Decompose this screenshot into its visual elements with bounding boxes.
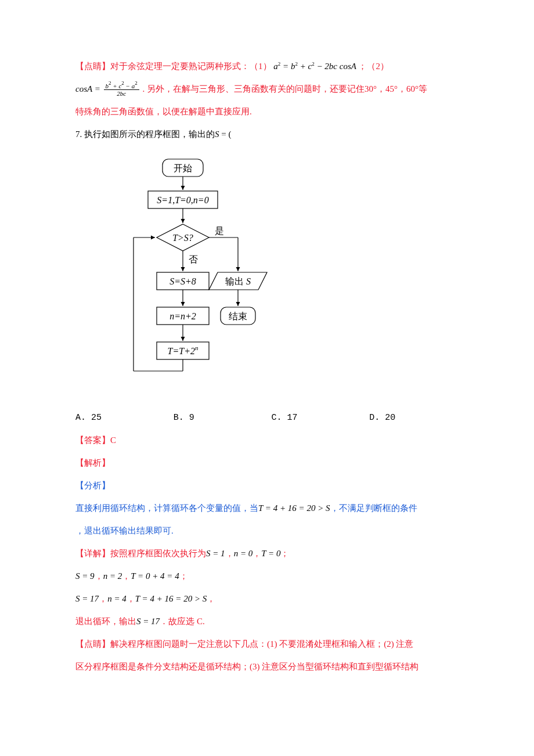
- detail-line-2: S = 9，n = 2，T = 0 + 4 = 4；: [75, 565, 467, 588]
- formula-1: a2 = b2 + c2 − 2bc cosA: [273, 62, 358, 71]
- analysis-label: 【解析】: [75, 452, 467, 474]
- fraction: b2 + c2 − a2 2bc: [104, 82, 139, 98]
- text: 【点睛】对于余弦定理一定要熟记两种形式：（1）: [75, 62, 272, 71]
- start-label: 开始: [174, 163, 192, 173]
- denominator: 2bc: [104, 90, 139, 97]
- box-n-label: n=n+2: [169, 311, 196, 321]
- analysis-line-2: ，退出循环输出结果即可.: [75, 520, 467, 542]
- answer: 【答案】C: [75, 429, 467, 452]
- hint-line-3: 特殊角的三角函数值，以便在解题中直接应用.: [75, 100, 467, 123]
- analysis-line-1: 直接利用循环结构，计算循环各个变量的值，当T = 4 + 16 = 20 > S…: [75, 497, 467, 520]
- formula-2-lhs: cosA =: [75, 84, 103, 93]
- hint-line-2: cosA = b2 + c2 − a2 2bc . 另外，在解与三角形、三角函数…: [75, 78, 467, 100]
- hint2-line-1: 【点睛】解决程序框图问题时一定注意以下几点：(1) 不要混淆处理框和输入框；(2…: [75, 633, 467, 656]
- option-a: A. 25: [75, 406, 174, 429]
- question-7: 7. 执行如图所示的程序框图，输出的S = (: [75, 123, 467, 146]
- flowchart: 开始 S=1,T=0,n=0 T>S? 是 否 输出 S: [107, 156, 467, 402]
- detail-line-4: 退出循环，输出S = 17．故应选 C.: [75, 610, 467, 633]
- text: ；（2）: [358, 62, 389, 71]
- box-s-label: S=S+8: [169, 276, 196, 286]
- decision-label: T>S?: [172, 233, 193, 243]
- yes-label: 是: [215, 226, 224, 236]
- detail-line-3: S = 17，n = 4，T = 4 + 16 = 20 > S，: [75, 588, 467, 610]
- hint-line-1: 【点睛】对于余弦定理一定要熟记两种形式：（1） a2 = b2 + c2 − 2…: [75, 55, 467, 78]
- option-c: C. 17: [272, 406, 370, 429]
- hint2-line-2: 区分程序框图是条件分支结构还是循环结构；(3) 注意区分当型循环结构和直到型循环…: [75, 656, 467, 678]
- page: 【点睛】对于余弦定理一定要熟记两种形式：（1） a2 = b2 + c2 − 2…: [0, 0, 534, 756]
- no-label: 否: [189, 254, 198, 264]
- fenxi-label: 【分析】: [75, 474, 467, 497]
- end-label: 结束: [229, 311, 247, 321]
- init-label: S=1,T=0,n=0: [157, 195, 208, 205]
- numerator: b2 + c2 − a2: [104, 82, 139, 91]
- output-label: 输出 S: [225, 276, 251, 286]
- options: A. 25 B. 9 C. 17 D. 20: [75, 406, 467, 429]
- detail-line-1: 【详解】按照程序框图依次执行为S = 1，n = 0，T = 0；: [75, 542, 467, 565]
- option-d: D. 20: [369, 406, 467, 429]
- option-b: B. 9: [174, 406, 272, 429]
- box-t-label: T=T+2n: [168, 344, 199, 356]
- text: . 另外，在解与三角形、三角函数有关的问题时，还要记住30°，45°，60°等: [143, 84, 428, 93]
- flowchart-svg: 开始 S=1,T=0,n=0 T>S? 是 否 输出 S: [107, 156, 276, 400]
